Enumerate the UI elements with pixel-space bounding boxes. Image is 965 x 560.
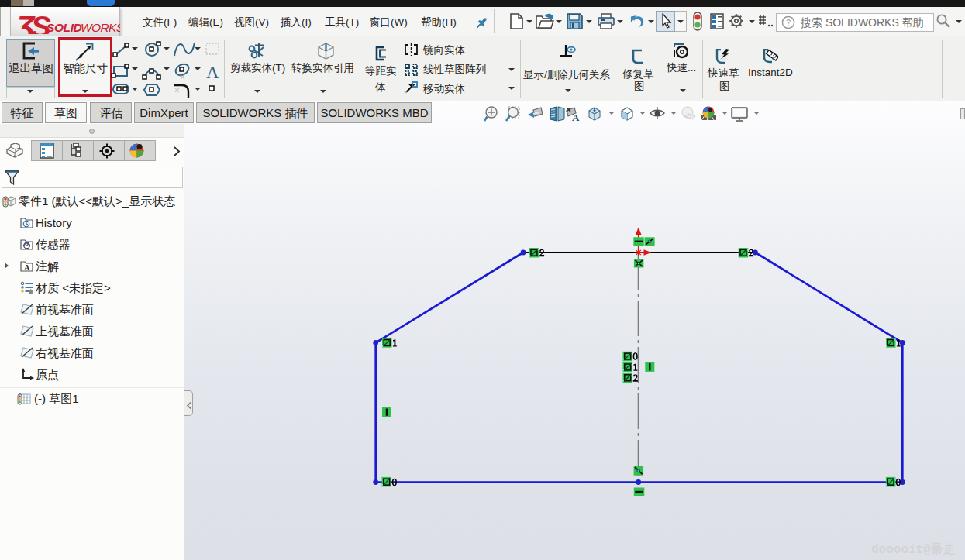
svg-text:A: A bbox=[24, 263, 30, 272]
